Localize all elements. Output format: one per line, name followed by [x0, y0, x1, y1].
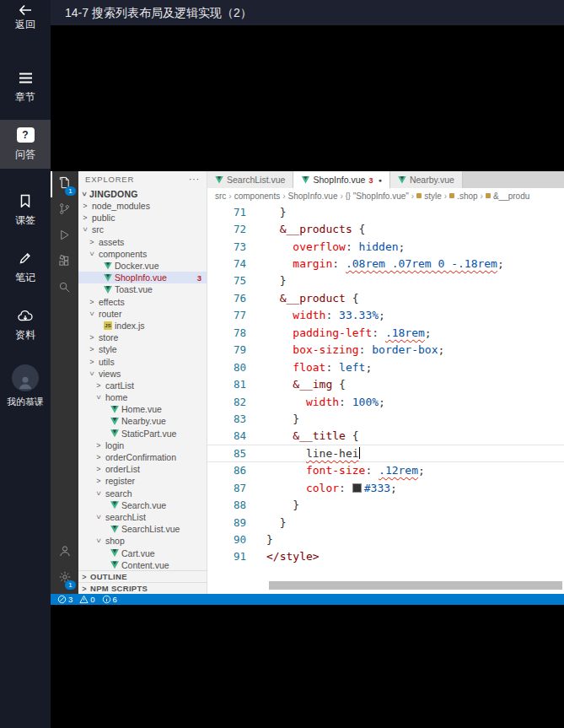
tree-item-home[interactable]: > home: [78, 391, 207, 403]
tree-item-orderList[interactable]: > orderList: [78, 463, 207, 475]
line-number: 88: [207, 499, 246, 511]
code-line[interactable]: 78 padding-left: .18rem;: [207, 324, 564, 341]
tree-item-components[interactable]: > components: [78, 248, 207, 260]
breadcrumb-style[interactable]: style: [416, 191, 442, 201]
code-line[interactable]: 75 }: [207, 272, 564, 289]
code-line[interactable]: 77 width: 33.33%;: [207, 307, 564, 324]
tab-label: Nearby.vue: [410, 175, 454, 185]
tree-item-Home.vue[interactable]: Home.vue: [78, 403, 207, 415]
tree-item-searchList[interactable]: > searchList: [78, 511, 207, 523]
tree-item-Content.vue[interactable]: Content.vue: [78, 559, 207, 571]
status-bar: 3 0 6: [51, 594, 564, 605]
tree-item-store[interactable]: > store: [78, 332, 207, 343]
sidebar-item-qa[interactable]: ? 问答: [0, 120, 51, 169]
code-line[interactable]: 83 }: [207, 410, 564, 427]
code-line[interactable]: 74 margin: .08rem .07rem 0 -.18rem;: [207, 255, 564, 272]
sidebar-item-mymooc[interactable]: 我的慕课: [0, 358, 51, 415]
tree-item-shop[interactable]: > shop: [78, 535, 207, 547]
tree-item-node_modules[interactable]: > node_modules: [78, 200, 207, 212]
more-actions-icon[interactable]: ···: [189, 175, 200, 184]
sidebar-item-notes[interactable]: 笔记: [0, 243, 51, 292]
breadcrumb-src[interactable]: src: [215, 191, 226, 201]
back-button[interactable]: 返回: [0, 3, 51, 32]
mymooc-icon: [0, 364, 51, 391]
code-line[interactable]: 87 color: #333;: [207, 479, 564, 496]
tree-item-style[interactable]: > style: [78, 343, 207, 355]
code-line[interactable]: 79 box-sizing: border-box;: [207, 342, 564, 359]
code-editor[interactable]: 71 } 72 &__products { 73 overflow: hidde…: [207, 203, 564, 565]
back-label: 返回: [0, 18, 51, 32]
section-outline[interactable]: >OUTLINE: [78, 570, 207, 582]
activity-explorer[interactable]: 1: [51, 171, 78, 197]
tree-item-effects[interactable]: > effects: [78, 296, 207, 308]
workspace-root[interactable]: > JINGDONG: [78, 187, 207, 200]
tree-item-search[interactable]: > search: [78, 488, 207, 499]
code-line[interactable]: 89 }: [207, 514, 564, 531]
tree-item-Docker.vue[interactable]: Docker.vue: [78, 260, 207, 272]
status-info[interactable]: 6: [102, 595, 117, 604]
code-line[interactable]: 85 line-hei: [207, 445, 564, 461]
status-error[interactable]: 3: [57, 595, 73, 604]
activity-debug[interactable]: [51, 224, 78, 250]
activity-extensions[interactable]: [51, 250, 78, 276]
tree-item-router[interactable]: > router: [78, 308, 207, 320]
tab-problems-badge: 3: [368, 175, 373, 185]
chevron-right-icon: >: [88, 238, 96, 246]
tree-item-Toast.vue[interactable]: Toast.vue: [78, 283, 207, 295]
code-line[interactable]: 86 font-size: .12rem;: [207, 462, 564, 479]
tree-item-src[interactable]: > src: [78, 224, 207, 235]
breadcrumb-.shop[interactable]: .shop: [449, 191, 477, 201]
code-line[interactable]: 84 &__title {: [207, 428, 564, 445]
code-line[interactable]: 81 &__img {: [207, 375, 564, 392]
sidebar-item-bookmarks[interactable]: 课签: [0, 186, 51, 235]
breadcrumb-ShopInfo.vue[interactable]: ShopInfo.vue: [288, 191, 338, 201]
code-line[interactable]: 82 width: 100%;: [207, 393, 564, 410]
vue-icon: [215, 176, 223, 184]
tree-item-Nearby.vue[interactable]: Nearby.vue: [78, 415, 207, 427]
tab-SearchList.vue[interactable]: SearchList.vue: [207, 171, 293, 188]
activity-search[interactable]: [51, 276, 78, 302]
tree-item-Search.vue[interactable]: Search.vue: [78, 499, 207, 511]
tree-item-Cart.vue[interactable]: Cart.vue: [78, 547, 207, 558]
code-text: &__img {: [246, 378, 346, 391]
tree-item-orderConfirmation[interactable]: > orderConfirmation: [78, 451, 207, 463]
tree-item-StaticPart.vue[interactable]: StaticPart.vue: [78, 428, 207, 439]
activity-account[interactable]: [51, 539, 78, 565]
section-npm-scripts[interactable]: >NPM SCRIPTS: [78, 582, 207, 594]
tree-item-label: Search.vue: [121, 500, 166, 510]
tree-item-register[interactable]: > register: [78, 475, 207, 487]
tree-item-SearchList.vue[interactable]: SearchList.vue: [78, 523, 207, 535]
tree-item-index.js[interactable]: JS index.js: [78, 320, 207, 332]
code-line[interactable]: 80 float: left;: [207, 359, 564, 375]
code-line[interactable]: 91 </style>: [207, 548, 564, 565]
horizontal-scrollbar-thumb[interactable]: [269, 581, 562, 590]
tree-item-public[interactable]: > public: [78, 212, 207, 224]
activity-settings[interactable]: 1: [51, 565, 78, 591]
tree-item-label: orderConfirmation: [105, 452, 176, 462]
code-line[interactable]: 90 }: [207, 531, 564, 547]
code-line[interactable]: 88 }: [207, 496, 564, 513]
tree-item-assets[interactable]: > assets: [78, 236, 207, 248]
tree-item-login[interactable]: > login: [78, 439, 207, 451]
code-line[interactable]: 73 overflow: hidden;: [207, 238, 564, 255]
tree-item-views[interactable]: > views: [78, 368, 207, 380]
sidebar-item-materials[interactable]: 资料: [0, 300, 51, 349]
breadcrumb-"ShopInfo.vue"[interactable]: {} "ShopInfo.vue": [346, 191, 409, 201]
video-background-top: [51, 25, 564, 171]
breadcrumb-&__produ[interactable]: &__produ: [486, 191, 529, 201]
status-warning[interactable]: 0: [79, 595, 94, 604]
tree-item-utils[interactable]: > utils: [78, 355, 207, 367]
code-line[interactable]: 72 &__products {: [207, 220, 564, 237]
sidebar-item-chapters[interactable]: 章节: [0, 62, 51, 111]
code-line[interactable]: 71 }: [207, 203, 564, 220]
tree-item-ShopInfo.vue[interactable]: ShopInfo.vue 3: [78, 272, 207, 283]
activity-source-control[interactable]: [51, 197, 78, 224]
breadcrumb-components[interactable]: components: [234, 191, 280, 201]
vue-icon: [110, 429, 119, 437]
tree-item-label: Nearby.vue: [121, 416, 166, 426]
tab-ShopInfo.vue[interactable]: ShopInfo.vue 3 ●: [293, 171, 389, 188]
line-number: 87: [207, 482, 246, 494]
tree-item-cartList[interactable]: > cartList: [78, 380, 207, 391]
tab-Nearby.vue[interactable]: Nearby.vue: [390, 171, 463, 188]
code-line[interactable]: 76 &__product {: [207, 289, 564, 306]
